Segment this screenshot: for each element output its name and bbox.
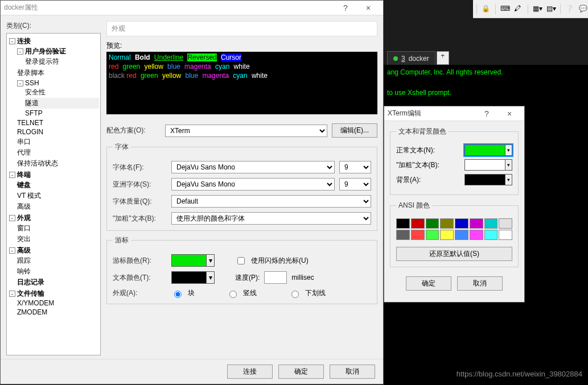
tree-toggle-icon[interactable]: - <box>17 80 23 86</box>
tree-ssh[interactable]: SSH <box>25 79 39 87</box>
chevron-down-icon: ▾ <box>505 160 512 170</box>
tree-sec[interactable]: 安全性 <box>25 87 99 98</box>
properties-dialog: docker属性 ? × 类别(C): -连接 -用户身份验证 登录提示符 登录… <box>0 0 384 384</box>
ansi-group: ANSI 颜色 还原至默认值(S) <box>390 201 519 267</box>
fontsize1-select[interactable]: 9 <box>339 161 371 173</box>
radio-vert[interactable] <box>229 291 237 298</box>
ansi-swatch[interactable] <box>455 230 468 240</box>
edit-scheme-button[interactable]: 编辑(E)... <box>332 123 377 138</box>
text-color-combo[interactable]: ▾ <box>171 271 215 284</box>
tree-win[interactable]: 窗口 <box>17 223 99 234</box>
scheme-select[interactable]: XTerm <box>165 125 327 137</box>
asianfont-select[interactable]: DejaVu Sans Mono <box>171 178 335 191</box>
ansi-swatch[interactable] <box>396 218 410 229</box>
tree-telnet[interactable]: TELNET <box>17 118 99 127</box>
layout-icon[interactable]: ▤▾ <box>546 5 556 14</box>
ansi-swatch[interactable] <box>470 218 483 229</box>
ansi-swatch[interactable] <box>499 218 512 229</box>
speed-input[interactable] <box>264 271 287 284</box>
ansi-swatch[interactable] <box>426 230 439 240</box>
highlighter-icon[interactable]: 🖍 <box>514 5 523 14</box>
dialog-titlebar[interactable]: docker属性 ? × <box>1 1 383 15</box>
radio-block[interactable] <box>174 291 182 298</box>
ansi-swatch[interactable] <box>470 230 483 240</box>
ansi-swatch[interactable] <box>455 218 468 229</box>
tree-bell[interactable]: 响铃 <box>17 266 99 277</box>
ansi-swatch[interactable] <box>440 218 454 229</box>
chat-icon[interactable]: 💬 <box>579 5 588 14</box>
boldtext-select[interactable]: 使用大胆的颜色和字体 <box>171 212 371 225</box>
help-button[interactable]: ? <box>334 3 357 13</box>
close-button[interactable]: × <box>498 109 521 118</box>
preview-box: Normal Bold Underline Reversed Cursor re… <box>106 52 377 114</box>
new-icon[interactable]: ▦▾ <box>533 5 542 14</box>
tree-term[interactable]: 终端 <box>17 171 31 179</box>
quality-select[interactable]: Default <box>171 195 371 208</box>
ansi-swatch[interactable] <box>396 230 410 240</box>
tree-toggle-icon[interactable]: - <box>9 247 15 254</box>
lock-icon[interactable]: 🔒 <box>482 5 491 14</box>
dialog2-titlebar[interactable]: XTerm编辑 ? × <box>384 106 524 121</box>
restore-defaults-button[interactable]: 还原至默认值(S) <box>396 247 512 261</box>
tree-adv1[interactable]: 高级 <box>17 201 99 212</box>
bold-color-combo[interactable]: ▾ <box>464 159 512 171</box>
tree-zm[interactable]: ZMODEM <box>17 308 99 317</box>
scheme-label: 配色方案(O): <box>106 126 161 135</box>
ok-button[interactable]: 确定 <box>278 365 324 379</box>
tree-kbd[interactable]: 键盘 <box>17 180 99 191</box>
tree-keep[interactable]: 保持活动状态 <box>17 158 99 169</box>
ok-button-2[interactable]: 确定 <box>406 276 451 291</box>
tree-toggle-icon[interactable]: - <box>17 48 23 55</box>
tree-adv[interactable]: 高级 <box>17 246 31 254</box>
blink-checkbox[interactable] <box>237 257 245 264</box>
fontsize2-select[interactable]: 9 <box>339 178 371 191</box>
tree-conn[interactable]: 连接 <box>17 37 31 45</box>
cancel-button-2[interactable]: 取消 <box>457 276 503 291</box>
tab-strip: 3 docker + <box>387 51 449 65</box>
cancel-button[interactable]: 取消 <box>330 365 375 379</box>
tree-trace[interactable]: 跟踪 <box>17 255 99 266</box>
radio-under[interactable] <box>291 291 299 298</box>
tree-look[interactable]: 外观 <box>17 214 31 222</box>
tree-auth[interactable]: 用户身份验证 <box>25 47 66 55</box>
text-color-label: 文本颜色(T): <box>113 273 167 283</box>
appearance-label: 外观(A): <box>113 288 167 298</box>
ansi-swatch[interactable] <box>499 230 512 240</box>
bg-color-combo[interactable]: ▾ <box>464 174 512 185</box>
tree-rlogin[interactable]: RLOGIN <box>17 127 99 136</box>
keyboard-icon[interactable]: ⌨ <box>500 5 509 14</box>
ansi-swatch[interactable] <box>426 218 439 229</box>
tree-file[interactable]: 文件传输 <box>17 289 44 297</box>
fontname-select[interactable]: DejaVu Sans Mono <box>171 161 335 173</box>
add-tab-button[interactable]: + <box>437 51 449 65</box>
ansi-swatch[interactable] <box>411 218 425 229</box>
ansi-swatch[interactable] <box>411 230 425 240</box>
close-button[interactable]: × <box>357 3 380 13</box>
tree-toggle-icon[interactable]: - <box>9 291 15 297</box>
tree-toggle-icon[interactable]: - <box>9 38 15 44</box>
tree-margin[interactable]: 突出 <box>17 234 99 245</box>
tree-prompt[interactable]: 登录提示符 <box>25 56 99 67</box>
ansi-swatch[interactable] <box>484 230 498 240</box>
ansi-swatch[interactable] <box>440 230 454 240</box>
ansi-swatch[interactable] <box>484 218 498 229</box>
tree-log[interactable]: 日志记录 <box>17 277 99 288</box>
chevron-down-icon: ▾ <box>206 255 214 266</box>
tree-xym[interactable]: X/YMODEM <box>17 299 99 308</box>
tree-proxy[interactable]: 代理 <box>17 147 99 158</box>
connect-button[interactable]: 连接 <box>227 365 273 379</box>
tree-tunnel[interactable]: 隧道 <box>25 98 99 109</box>
tree-serial[interactable]: 串口 <box>17 136 99 147</box>
tree-toggle-icon[interactable]: - <box>9 172 15 178</box>
chevron-down-icon: ▾ <box>505 175 512 185</box>
normal-color-combo[interactable]: ▾ <box>464 144 512 156</box>
tree-script[interactable]: 登录脚本 <box>17 68 99 78</box>
help-icon[interactable]: ❔ <box>565 5 574 14</box>
category-tree[interactable]: -连接 -用户身份验证 登录提示符 登录脚本 -SSH 安全性 隧道 SFTP <box>6 33 101 355</box>
tree-vt[interactable]: VT 模式 <box>17 191 99 201</box>
tree-toggle-icon[interactable]: - <box>9 215 15 221</box>
cursor-color-combo[interactable]: ▾ <box>171 254 215 267</box>
help-button[interactable]: ? <box>475 109 498 118</box>
tab-docker[interactable]: 3 docker <box>387 51 435 65</box>
tree-sftp[interactable]: SFTP <box>25 109 99 118</box>
